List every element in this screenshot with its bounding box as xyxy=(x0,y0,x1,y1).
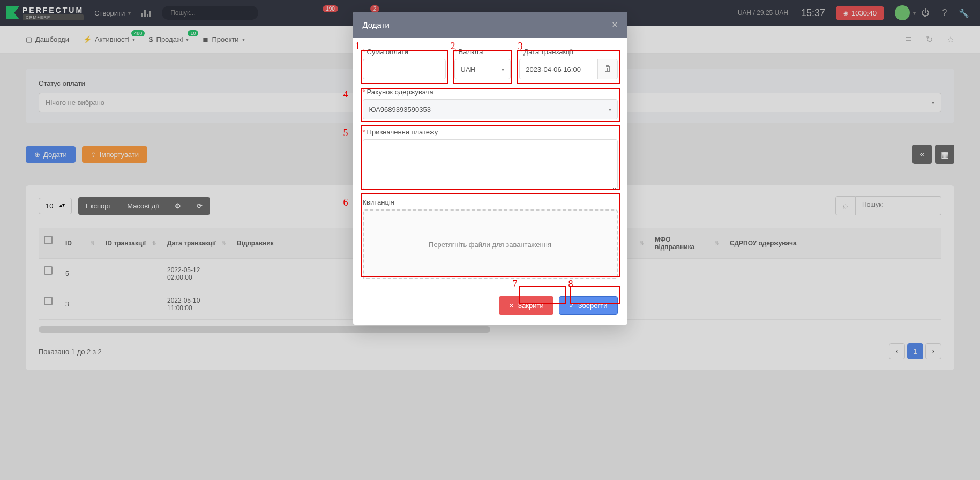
modal-overlay: Додати × *Сума оплати *Валюта UAH▾ *Дата… xyxy=(0,0,980,385)
annotation-5: 5 xyxy=(343,128,348,139)
modal-close-icon[interactable]: × xyxy=(612,19,618,31)
close-button[interactable]: ✕Закрити xyxy=(499,296,553,315)
annotation-4: 4 xyxy=(343,89,348,100)
date-value: 2023-04-06 16:00 xyxy=(526,65,581,73)
modal-title: Додати xyxy=(363,20,390,29)
account-select[interactable]: ЮА9689393590353▾ xyxy=(363,99,618,119)
modal-header: Додати × xyxy=(353,12,627,38)
date-picker-button[interactable]: 🗓 xyxy=(597,59,618,79)
save-button[interactable]: ✓Зберегти xyxy=(559,296,618,315)
amount-input[interactable] xyxy=(363,59,446,79)
receipt-label: Квитанція xyxy=(363,198,618,206)
check-icon: ✓ xyxy=(569,302,575,310)
account-label: *Рахунок одержувача xyxy=(363,88,618,96)
account-value: ЮА9689393590353 xyxy=(369,106,431,114)
purpose-label: *Призначення платежу xyxy=(363,128,618,136)
x-icon: ✕ xyxy=(508,302,514,310)
close-label: Закрити xyxy=(518,302,543,310)
dropzone-text: Перетягніть файли для завантаження xyxy=(429,241,551,249)
save-label: Зберегти xyxy=(578,302,608,310)
currency-label: *Валюта xyxy=(454,48,511,56)
annotation-6: 6 xyxy=(343,197,348,208)
date-input[interactable]: 2023-04-06 16:00 xyxy=(519,59,597,79)
add-modal: Додати × *Сума оплати *Валюта UAH▾ *Дата… xyxy=(353,12,627,325)
chevron-down-icon: ▾ xyxy=(609,107,611,112)
currency-select[interactable]: UAH▾ xyxy=(454,59,511,79)
file-dropzone[interactable]: Перетягніть файли для завантаження xyxy=(363,209,618,279)
amount-label: *Сума оплати xyxy=(363,48,446,56)
currency-value: UAH xyxy=(461,65,475,73)
calendar-icon: 🗓 xyxy=(603,64,612,74)
purpose-textarea[interactable] xyxy=(363,139,618,190)
date-label: *Дата транзакції xyxy=(519,48,617,56)
chevron-down-icon: ▾ xyxy=(502,66,504,72)
